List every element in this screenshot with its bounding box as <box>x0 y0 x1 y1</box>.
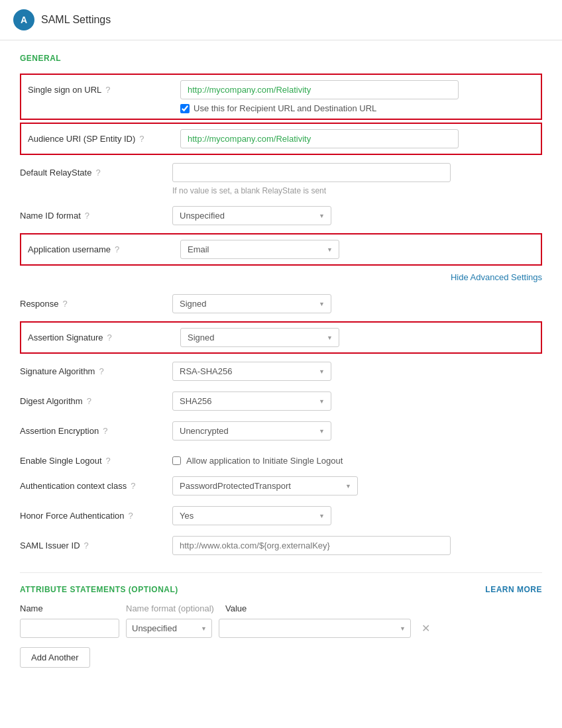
single-logout-checkbox[interactable] <box>172 456 181 465</box>
name-id-format-select-wrapper: Unspecified EmailAddress X509SubjectName… <box>172 206 331 225</box>
response-select[interactable]: Signed Unsigned <box>172 294 331 313</box>
page-wrapper: A SAML Settings GENERAL Single sign on U… <box>0 0 562 728</box>
single-sign-on-input-group: Use this for Recipient URL and Destinati… <box>180 80 534 113</box>
authentication-context-select-wrapper: PasswordProtectedTransport TLSClient Pas… <box>172 476 358 495</box>
application-username-select[interactable]: Email Username Custom <box>180 240 339 259</box>
general-section: GENERAL Single sign on URL ? Use this fo… <box>20 54 542 560</box>
attribute-name-format-wrapper: Unspecified URI Reference Basic <box>126 619 212 638</box>
signature-algorithm-input-group: RSA-SHA256 RSA-SHA1 DSA-SHA1 <box>172 362 542 381</box>
response-row: Response ? Signed Unsigned <box>20 289 542 319</box>
single-sign-on-label: Single sign on URL ? <box>28 80 180 95</box>
default-relay-state-help-icon[interactable]: ? <box>95 168 100 178</box>
signature-algorithm-select[interactable]: RSA-SHA256 RSA-SHA1 DSA-SHA1 <box>172 362 331 381</box>
response-label: Response ? <box>20 294 172 309</box>
honor-force-authentication-row: Honor Force Authentication ? Yes No <box>20 501 542 531</box>
authentication-context-label: Authentication context class ? <box>20 476 172 491</box>
authentication-context-row: Authentication context class ? PasswordP… <box>20 471 542 501</box>
single-logout-checkbox-label: Allow application to Initiate Single Log… <box>186 456 343 466</box>
saml-issuer-id-label: SAML Issuer ID ? <box>20 536 172 550</box>
application-username-label: Application username ? <box>28 240 180 254</box>
response-help-icon[interactable]: ? <box>63 299 68 309</box>
authentication-context-select[interactable]: PasswordProtectedTransport TLSClient Pas… <box>172 476 358 495</box>
assertion-encryption-input-group: Unencrypted Encrypted <box>172 421 542 441</box>
hide-advanced-settings-link[interactable]: Hide Advanced Settings <box>20 268 542 286</box>
enable-single-logout-label: Enable Single Logout ? <box>20 451 172 466</box>
digest-algorithm-input-group: SHA256 SHA1 <box>172 391 542 411</box>
signature-algorithm-select-wrapper: RSA-SHA256 RSA-SHA1 DSA-SHA1 <box>172 362 331 381</box>
saml-issuer-id-input-group <box>172 536 542 555</box>
name-id-format-row: Name ID format ? Unspecified EmailAddres… <box>20 201 542 231</box>
assertion-signature-row: Assertion Signature ? Signed Unsigned <box>20 321 542 354</box>
default-relay-state-label: Default RelayState ? <box>20 163 172 178</box>
audience-uri-input[interactable] <box>180 129 459 148</box>
attribute-remove-button[interactable]: ✕ <box>418 622 434 635</box>
recipient-url-label: Use this for Recipient URL and Destinati… <box>194 103 376 113</box>
digest-algorithm-help-icon[interactable]: ? <box>87 396 91 406</box>
recipient-url-checkbox-row: Use this for Recipient URL and Destinati… <box>180 103 534 113</box>
assertion-encryption-label: Assertion Encryption ? <box>20 421 172 436</box>
audience-uri-input-group <box>180 129 534 148</box>
assertion-signature-label: Assertion Signature ? <box>28 328 180 342</box>
saml-issuer-id-help-icon[interactable]: ? <box>84 541 89 550</box>
default-relay-state-hint: If no value is set, a blank RelayState i… <box>172 185 542 195</box>
audience-uri-help-icon[interactable]: ? <box>139 134 144 144</box>
signature-algorithm-help-icon[interactable]: ? <box>99 366 103 376</box>
application-username-help-icon[interactable]: ? <box>115 244 119 254</box>
default-relay-state-input[interactable] <box>172 163 451 182</box>
single-sign-on-input[interactable] <box>180 80 459 99</box>
audience-uri-row: Audience URI (SP Entity ID) ? <box>20 123 542 155</box>
attribute-statements-section: ATTRIBUTE STATEMENTS (OPTIONAL) LEARN MO… <box>20 585 542 668</box>
attribute-statements-header: ATTRIBUTE STATEMENTS (OPTIONAL) LEARN MO… <box>20 585 542 594</box>
avatar: A <box>13 9 34 30</box>
honor-force-authentication-select-wrapper: Yes No <box>172 506 331 525</box>
header: A SAML Settings <box>0 0 562 40</box>
enable-single-logout-row: Enable Single Logout ? Allow application… <box>20 446 542 471</box>
name-id-format-input-group: Unspecified EmailAddress X509SubjectName… <box>172 206 542 225</box>
learn-more-link[interactable]: LEARN MORE <box>485 585 542 594</box>
single-sign-on-row: Single sign on URL ? Use this for Recipi… <box>20 74 542 120</box>
enable-single-logout-help-icon[interactable]: ? <box>106 456 111 466</box>
attribute-value-wrapper <box>219 619 411 638</box>
name-id-format-help-icon[interactable]: ? <box>85 211 89 221</box>
col-header-name-format: Name format (optional) <box>126 603 219 613</box>
page-title: SAML Settings <box>41 14 111 26</box>
col-header-value: Value <box>225 603 542 613</box>
authentication-context-help-icon[interactable]: ? <box>131 481 135 491</box>
attribute-value-select[interactable] <box>219 619 411 638</box>
digest-algorithm-row: Digest Algorithm ? SHA256 SHA1 <box>20 386 542 416</box>
digest-algorithm-select[interactable]: SHA256 SHA1 <box>172 391 331 411</box>
name-id-format-select[interactable]: Unspecified EmailAddress X509SubjectName… <box>172 206 331 225</box>
response-input-group: Signed Unsigned <box>172 294 542 313</box>
default-relay-state-input-group: If no value is set, a blank RelayState i… <box>172 163 542 195</box>
assertion-signature-input-group: Signed Unsigned <box>180 328 534 347</box>
application-username-input-group: Email Username Custom <box>180 240 534 259</box>
add-another-button[interactable]: Add Another <box>20 647 90 668</box>
default-relay-state-row: Default RelayState ? If no value is set,… <box>20 158 542 201</box>
honor-force-authentication-select[interactable]: Yes No <box>172 506 331 525</box>
attribute-name-format-select[interactable]: Unspecified URI Reference Basic <box>126 619 212 638</box>
single-logout-checkbox-group: Allow application to Initiate Single Log… <box>172 451 542 466</box>
application-username-select-wrapper: Email Username Custom <box>180 240 339 259</box>
saml-issuer-id-row: SAML Issuer ID ? <box>20 531 542 560</box>
attribute-column-headers: Name Name format (optional) Value <box>20 603 542 613</box>
recipient-url-checkbox[interactable] <box>180 104 190 113</box>
name-id-format-label: Name ID format ? <box>20 206 172 221</box>
digest-algorithm-select-wrapper: SHA256 SHA1 <box>172 391 331 411</box>
col-header-name: Name <box>20 603 119 613</box>
digest-algorithm-label: Digest Algorithm ? <box>20 391 172 406</box>
signature-algorithm-row: Signature Algorithm ? RSA-SHA256 RSA-SHA… <box>20 356 542 386</box>
attribute-name-input[interactable] <box>20 619 119 638</box>
single-sign-on-help-icon[interactable]: ? <box>105 85 110 95</box>
authentication-context-input-group: PasswordProtectedTransport TLSClient Pas… <box>172 476 542 495</box>
assertion-encryption-select-wrapper: Unencrypted Encrypted <box>172 421 331 441</box>
assertion-encryption-help-icon[interactable]: ? <box>103 426 107 436</box>
saml-issuer-id-input[interactable] <box>172 536 451 555</box>
assertion-signature-select[interactable]: Signed Unsigned <box>180 328 339 347</box>
response-select-wrapper: Signed Unsigned <box>172 294 331 313</box>
assertion-encryption-select[interactable]: Unencrypted Encrypted <box>172 421 331 441</box>
assertion-signature-help-icon[interactable]: ? <box>107 333 111 342</box>
honor-force-authentication-help-icon[interactable]: ? <box>129 511 133 521</box>
enable-single-logout-input-group: Allow application to Initiate Single Log… <box>172 451 542 466</box>
application-username-row: Application username ? Email Username Cu… <box>20 233 542 266</box>
signature-algorithm-label: Signature Algorithm ? <box>20 362 172 376</box>
